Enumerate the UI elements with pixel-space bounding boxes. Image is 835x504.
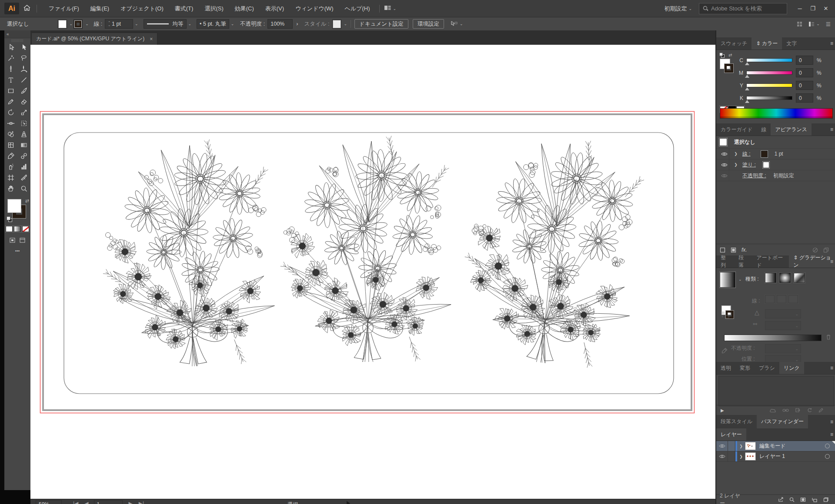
appearance-stroke-label[interactable]: 線 : xyxy=(742,150,751,158)
layer-row[interactable]: ❯編集モード xyxy=(716,441,835,451)
zoom-level-field[interactable]: 50%⌄ xyxy=(36,500,62,504)
channel-value[interactable]: 0 xyxy=(796,93,813,103)
panel-list-icon[interactable]: ☰ xyxy=(826,21,831,27)
tab-アピアランス[interactable]: アピアランス xyxy=(771,123,812,136)
gradient-opacity-combo[interactable]: ⌄ xyxy=(765,344,801,353)
tab-パスファインダー[interactable]: パスファインダー xyxy=(757,415,808,428)
swap-fill-stroke-icon[interactable]: ⇄ xyxy=(25,198,29,204)
layer-lock-cell[interactable] xyxy=(728,441,735,451)
bouquet-drawing[interactable] xyxy=(453,127,650,372)
arrange-documents-icon[interactable] xyxy=(384,5,391,12)
slider-thumb[interactable] xyxy=(745,100,749,103)
close-button[interactable]: ✕ xyxy=(819,3,832,14)
bouquet-drawing[interactable] xyxy=(281,136,451,362)
profile-chevron[interactable]: ⌄ xyxy=(188,22,192,26)
menu-ウィンドウ(W)[interactable]: ウィンドウ(W) xyxy=(290,5,339,13)
paintbrush-tool[interactable] xyxy=(17,85,30,96)
stroke-width-chevron[interactable]: ⌄ xyxy=(135,22,138,26)
link-info-toggle-icon[interactable]: ▶ xyxy=(721,408,724,413)
panel-menu-icon[interactable]: ≡ xyxy=(830,40,833,46)
tab-スウォッチ[interactable]: スウォッチ xyxy=(716,37,752,50)
opacity-more-arrow[interactable]: › xyxy=(296,21,298,27)
gradient-preset-chevron[interactable]: ⌄ xyxy=(738,277,742,282)
layer-name[interactable]: 編集モード xyxy=(759,442,786,450)
panel-menu-icon[interactable]: ≡ xyxy=(830,126,833,133)
layer-name[interactable]: レイヤー 1 xyxy=(759,453,785,460)
selection-tool[interactable] xyxy=(17,42,30,53)
restore-button[interactable]: ❐ xyxy=(806,3,819,14)
channel-value[interactable]: 0 xyxy=(796,68,813,77)
color-button[interactable] xyxy=(6,226,13,232)
menu-表示(V)[interactable]: 表示(V) xyxy=(260,5,290,13)
bouquet-drawing[interactable] xyxy=(98,137,277,369)
stroke-along-button[interactable] xyxy=(777,295,786,303)
blend-tool[interactable] xyxy=(17,150,30,161)
default-fill-stroke-icon[interactable] xyxy=(7,216,12,222)
panel-menu-icon[interactable]: ≡ xyxy=(830,419,833,425)
style-swatch[interactable] xyxy=(332,20,341,29)
brush-chevron[interactable]: ⌄ xyxy=(231,22,234,26)
panel-fill-stroke[interactable]: ⇄ xyxy=(719,53,737,73)
pen-tool[interactable] xyxy=(4,63,17,74)
collect-for-export-icon[interactable] xyxy=(778,497,784,502)
stroke-color-swatch[interactable] xyxy=(73,20,83,29)
clear-appearance-icon[interactable] xyxy=(812,247,818,253)
gradient-tool[interactable] xyxy=(17,139,30,150)
next-artboard-icon[interactable]: ▶ xyxy=(129,501,133,504)
panel-menu-icon[interactable]: ≡ xyxy=(830,365,833,371)
layer-target-icon[interactable] xyxy=(825,454,830,459)
toolbar-collapse[interactable]: « xyxy=(4,30,30,38)
new-sublayer-icon[interactable] xyxy=(812,497,817,502)
channel-slider[interactable] xyxy=(746,83,792,87)
channel-value[interactable]: 0 xyxy=(796,56,813,65)
illustrator-logo[interactable]: Ai xyxy=(4,3,19,14)
fill-color-swatch[interactable] xyxy=(58,20,67,29)
free-transform-tool[interactable] xyxy=(17,118,30,129)
appearance-fill-label[interactable]: 塗り : xyxy=(742,161,756,169)
expand-icon[interactable]: ❯ xyxy=(732,162,740,167)
none-button[interactable] xyxy=(22,226,29,232)
symbol-sprayer-tool[interactable] xyxy=(4,161,17,172)
layer-visibility-eye-icon[interactable] xyxy=(716,451,728,461)
eraser-tool[interactable] xyxy=(17,96,30,107)
eyedropper-tool[interactable] xyxy=(4,150,17,161)
tab-リンク[interactable]: リンク xyxy=(779,362,804,374)
mesh-tool[interactable] xyxy=(4,139,17,150)
dock-arrange-icon[interactable]: ⌄ xyxy=(808,21,820,27)
gradient-slider[interactable] xyxy=(724,335,822,341)
layer-lock-cell[interactable] xyxy=(728,451,735,461)
layer-row[interactable]: ❯レイヤー 1 xyxy=(716,451,835,462)
last-artboard-icon[interactable]: ▶| xyxy=(139,501,144,504)
artwork-drawing[interactable] xyxy=(30,45,715,499)
channel-value[interactable]: 0 xyxy=(796,81,813,90)
new-layer-icon[interactable] xyxy=(823,497,828,502)
panel-menu-icon[interactable]: ≡ xyxy=(830,259,833,265)
visibility-eye-icon[interactable] xyxy=(719,170,729,181)
artboard-tool[interactable] xyxy=(4,172,17,183)
style-chevron[interactable]: ⌄ xyxy=(344,22,347,26)
eyedropper-icon[interactable] xyxy=(721,348,728,354)
freeform-gradient-button[interactable] xyxy=(794,273,805,283)
tab-ブラシ[interactable]: ブラシ xyxy=(755,362,779,374)
tab-段落[interactable]: 段落 xyxy=(734,255,752,268)
aspect-combo[interactable]: ⌄ xyxy=(765,321,801,330)
menu-書式(T)[interactable]: 書式(T) xyxy=(169,5,199,13)
stock-search-input[interactable]: Adobe Stock を検索 xyxy=(699,3,787,14)
links-list[interactable] xyxy=(718,376,834,406)
fill-indicator[interactable] xyxy=(7,199,21,213)
menu-オブジェクト(O)[interactable]: オブジェクト(O) xyxy=(115,5,169,13)
shape-builder-tool[interactable] xyxy=(4,129,17,139)
make-mask-icon[interactable] xyxy=(800,497,806,502)
radial-gradient-button[interactable] xyxy=(779,273,791,283)
gradient-button[interactable] xyxy=(14,226,21,232)
tab-整列[interactable]: 整列 xyxy=(716,255,734,268)
new-fill-icon[interactable] xyxy=(731,247,736,253)
type-tool[interactable] xyxy=(4,74,17,85)
panel-menu-icon[interactable]: ≡ xyxy=(830,431,833,438)
layer-expand-icon[interactable]: ❯ xyxy=(737,444,745,448)
edit-original-icon[interactable] xyxy=(818,408,824,413)
toolbar-grip[interactable]: |||||||||| xyxy=(4,38,30,42)
draw-mode-icon[interactable] xyxy=(9,237,16,243)
appearance-stroke-value[interactable]: 1 pt xyxy=(775,151,783,157)
home-icon[interactable] xyxy=(23,5,30,12)
